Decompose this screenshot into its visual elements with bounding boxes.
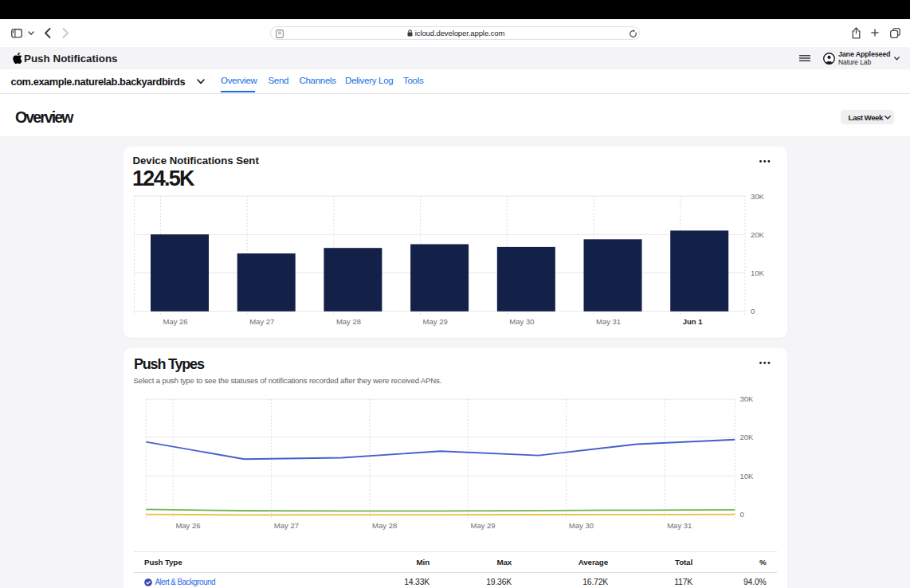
svg-text:May 30: May 30 <box>509 317 534 326</box>
svg-text:10K: 10K <box>751 269 765 277</box>
svg-text:20K: 20K <box>751 230 765 239</box>
svg-text:May 29: May 29 <box>422 317 447 326</box>
svg-text:May 31: May 31 <box>596 317 621 326</box>
svg-text:0: 0 <box>751 307 755 316</box>
svg-text:May 27: May 27 <box>249 317 274 326</box>
svg-text:May 28: May 28 <box>335 317 360 326</box>
svg-text:30K: 30K <box>751 192 765 201</box>
svg-text:May 26: May 26 <box>163 317 187 326</box>
svg-text:Jun 1: Jun 1 <box>682 317 703 326</box>
